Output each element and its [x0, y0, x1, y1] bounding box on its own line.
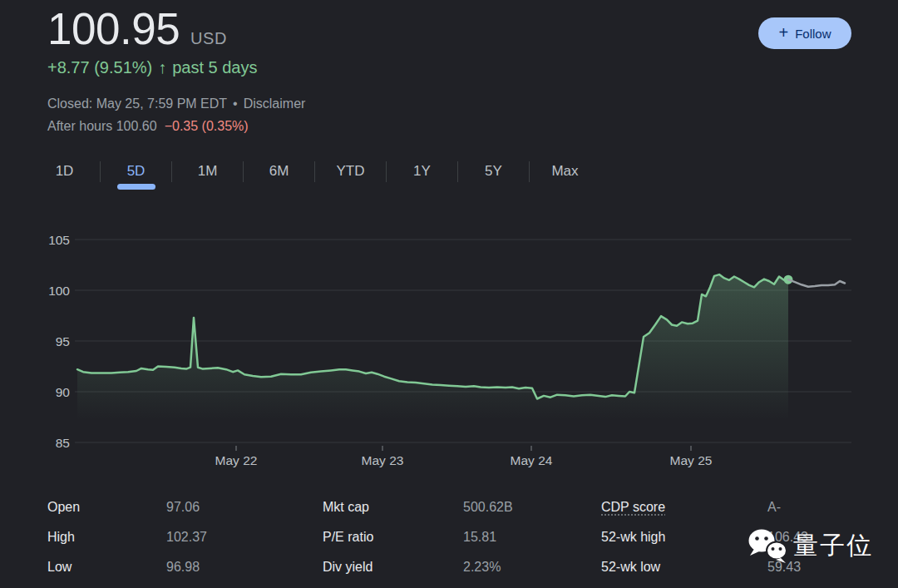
after-hours-line — [788, 279, 845, 287]
time-range-tabs: 1D5D1M6MYTD1Y5YMax — [29, 152, 600, 190]
y-axis-label: 105 — [48, 233, 70, 247]
follow-label: Follow — [795, 27, 831, 41]
x-axis-label: May 24 — [511, 453, 553, 467]
stat-label: High — [47, 522, 166, 552]
stat-value: 102.37 — [166, 522, 207, 552]
tab-label: 1M — [198, 163, 218, 180]
tab-max[interactable]: Max — [530, 152, 600, 190]
tab-label: 5D — [127, 163, 146, 180]
plus-icon: + — [778, 23, 788, 42]
after-hours-price: After hours 100.60 — [47, 119, 157, 134]
active-tab-underline — [117, 184, 155, 190]
tab-label: 1D — [56, 163, 74, 180]
tab-ytd[interactable]: YTD — [315, 152, 386, 190]
x-axis-label: May 22 — [215, 453, 258, 467]
price-row: 100.95 USD — [47, 3, 227, 54]
stat-label: Low — [47, 552, 166, 582]
y-axis-label: 95 — [56, 334, 70, 348]
tab-label: YTD — [337, 163, 365, 180]
stat-label: P/E ratio — [323, 522, 463, 552]
stat-value: 96.98 — [166, 552, 200, 582]
disclaimer-link[interactable]: Disclaimer — [244, 96, 306, 111]
tab-1y[interactable]: 1Y — [387, 152, 457, 190]
stat-value: A- — [767, 492, 781, 522]
stat-label: Div yield — [323, 552, 463, 582]
tab-5y[interactable]: 5Y — [458, 152, 529, 190]
tab-6m[interactable]: 6M — [244, 152, 314, 190]
tab-label: 5Y — [485, 163, 502, 180]
stat-row: Mkt cap500.62B — [323, 492, 513, 522]
wechat-icon — [748, 527, 791, 564]
stat-column: Open97.06High102.37Low96.98 — [47, 492, 207, 582]
stat-label: Open — [47, 492, 166, 522]
after-hours-change: −0.35 (0.35%) — [165, 119, 249, 134]
follow-button[interactable]: + Follow — [758, 17, 851, 49]
price-chart[interactable]: 105100959085May 22May 23May 24May 25 — [0, 212, 898, 478]
tab-label: 6M — [269, 163, 289, 180]
change-period: past 5 days — [172, 58, 257, 77]
tab-label: Max — [551, 163, 578, 180]
currency-label: USD — [190, 29, 227, 48]
stat-row: CDP scoreA- — [601, 492, 808, 522]
tab-1d[interactable]: 1D — [29, 152, 100, 190]
watermark-text: 量子位 — [793, 529, 873, 563]
after-hours-row: After hours 100.60 −0.35 (0.35%) — [47, 119, 249, 134]
stat-value: 2.23% — [463, 552, 501, 582]
stat-row: Open97.06 — [47, 492, 207, 522]
stat-label: 52-wk low — [601, 552, 767, 582]
stat-row: P/E ratio15.81 — [323, 522, 513, 552]
tab-1m[interactable]: 1M — [172, 152, 243, 190]
closed-text: Closed: May 25, 7:59 PM EDT — [47, 96, 227, 111]
stock-price: 100.95 — [47, 3, 180, 54]
market-status-row: Closed: May 25, 7:59 PM EDT • Disclaimer — [47, 96, 305, 111]
watermark: 量子位 — [748, 527, 873, 564]
x-axis-label: May 23 — [362, 453, 404, 467]
area-fill — [77, 274, 788, 442]
tab-5d[interactable]: 5D — [101, 152, 171, 190]
stat-row: Low96.98 — [47, 552, 207, 582]
stat-column: Mkt cap500.62BP/E ratio15.81Div yield2.2… — [323, 492, 513, 582]
stat-label[interactable]: CDP score — [601, 492, 767, 522]
stat-row: Div yield2.23% — [323, 552, 513, 582]
stat-value: 97.06 — [166, 492, 200, 522]
stat-label: 52-wk high — [601, 522, 767, 552]
stat-row: High102.37 — [47, 522, 207, 552]
bullet-separator: • — [233, 96, 238, 111]
y-axis-label: 90 — [56, 385, 71, 399]
change-amount: +8.77 (9.51%) — [47, 58, 152, 77]
x-axis-label: May 25 — [670, 453, 713, 467]
stat-value: 15.81 — [463, 522, 496, 552]
tab-label: 1Y — [413, 163, 431, 180]
stat-label: Mkt cap — [323, 492, 463, 522]
y-axis-label: 85 — [56, 436, 70, 450]
y-axis-label: 100 — [48, 284, 70, 298]
stat-value: 500.62B — [463, 492, 513, 522]
price-change-row: +8.77 (9.51%) ↑ past 5 days — [47, 58, 258, 77]
arrow-up-icon: ↑ — [158, 58, 166, 77]
